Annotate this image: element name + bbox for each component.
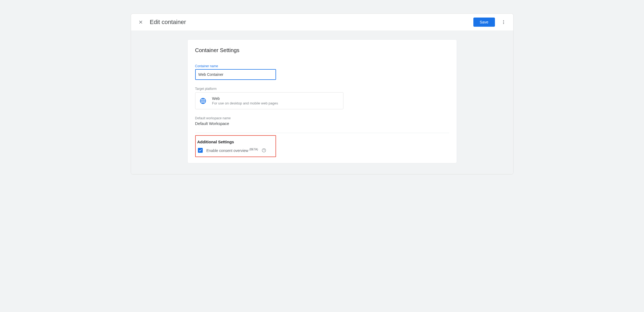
workspace-name-label: Default workspace name: [195, 116, 449, 120]
svg-point-3: [503, 22, 504, 23]
modal-header: Edit container Save: [131, 14, 513, 31]
edit-container-modal: Edit container Save Container Settings C…: [131, 13, 514, 174]
platform-name: Web: [212, 96, 278, 101]
additional-settings-highlight: Additional Settings Enable consent overv…: [195, 135, 276, 157]
workspace-name-value: Default Workspace: [195, 121, 449, 126]
platform-option-web[interactable]: Web For use on desktop and mobile web pa…: [195, 92, 343, 109]
divider: [195, 133, 449, 133]
settings-heading: Container Settings: [195, 47, 449, 53]
settings-card: Container Settings Container name Target…: [187, 39, 457, 163]
container-name-input[interactable]: [195, 69, 276, 80]
close-icon: [138, 19, 143, 25]
platform-description: For use on desktop and mobile web pages: [212, 101, 278, 105]
close-button[interactable]: [136, 18, 145, 26]
container-name-label: Container name: [195, 64, 449, 68]
consent-label-text: Enable consent overview: [206, 148, 250, 153]
save-button[interactable]: Save: [473, 18, 495, 27]
consent-overview-row: Enable consent overview (BETA): [197, 148, 274, 153]
help-icon[interactable]: [262, 148, 266, 152]
web-globe-icon: [200, 98, 206, 104]
additional-settings-heading: Additional Settings: [197, 140, 274, 144]
consent-overview-checkbox[interactable]: [198, 148, 203, 153]
target-platform-label: Target platform: [195, 87, 449, 91]
check-icon: [198, 148, 202, 152]
beta-tag: (BETA): [249, 148, 258, 151]
more-vertical-icon: [501, 20, 506, 25]
svg-point-2: [503, 20, 504, 21]
consent-overview-label: Enable consent overview (BETA): [206, 148, 258, 153]
more-options-button[interactable]: [499, 18, 508, 26]
modal-body: Container Settings Container name Target…: [131, 31, 513, 174]
svg-point-4: [503, 23, 504, 24]
modal-title: Edit container: [150, 19, 186, 26]
